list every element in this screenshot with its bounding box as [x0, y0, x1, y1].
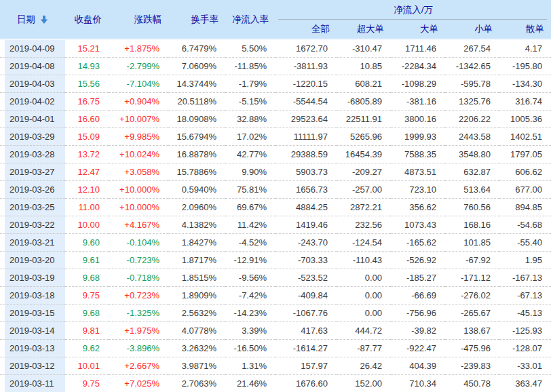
cell-change: +7.025% — [109, 375, 168, 392]
cell-date: 2019-03-22 — [0, 216, 65, 234]
cell-turnover: 15.7886% — [168, 163, 225, 181]
cell-close: 15.21 — [65, 40, 109, 58]
cell-inflow_rate: 3.39% — [225, 322, 276, 340]
cell-date: 2019-03-28 — [0, 146, 65, 163]
table-row: 2019-03-159.68-1.325%2.5632%-14.23%-1067… — [0, 305, 551, 322]
cell-large: -526.92 — [391, 252, 445, 269]
cell-turnover: 1.8427% — [168, 234, 225, 252]
cell-turnover: 14.3744% — [168, 75, 225, 93]
cell-all: 11111.97 — [276, 128, 337, 146]
cell-retail: -167.13 — [499, 269, 551, 287]
col-header-date-label: 日期 — [17, 14, 35, 26]
cell-turnover: 18.0908% — [168, 111, 225, 128]
cell-change: -7.104% — [109, 75, 168, 93]
table-row: 2019-03-2712.47+3.058%15.7886%9.90%5903.… — [0, 163, 551, 181]
cell-date: 2019-04-09 — [0, 40, 65, 58]
cell-inflow_rate: -1.79% — [225, 75, 276, 93]
cell-small: 168.16 — [445, 216, 499, 234]
cell-all: -243.70 — [276, 234, 337, 252]
col-header-all[interactable]: 全部 — [276, 20, 337, 40]
col-header-date[interactable]: 日期 — [0, 0, 65, 40]
cell-date: 2019-04-01 — [0, 111, 65, 128]
cell-change: +1.975% — [109, 322, 168, 340]
col-header-turnover[interactable]: 换手率 — [168, 0, 225, 40]
cell-turnover: 16.8878% — [168, 146, 225, 163]
col-header-super-large[interactable]: 超大单 — [337, 20, 391, 40]
cell-close: 16.60 — [65, 111, 109, 128]
cell-date: 2019-03-19 — [0, 269, 65, 287]
cell-small: 513.64 — [445, 181, 499, 199]
col-header-inflow-rate[interactable]: 净流入率 — [225, 0, 276, 40]
cell-super_large: 444.72 — [337, 322, 391, 340]
cell-large: -381.16 — [391, 93, 445, 111]
cell-date: 2019-03-25 — [0, 199, 65, 216]
cell-all: 1419.46 — [276, 216, 337, 234]
col-header-close[interactable]: 收盘价 — [65, 0, 109, 40]
cell-retail: 1005.36 — [499, 111, 551, 128]
cell-close: 10.00 — [65, 216, 109, 234]
cell-large: 710.34 — [391, 375, 445, 392]
cell-close: 12.10 — [65, 181, 109, 199]
cell-all: 29388.59 — [276, 146, 337, 163]
cell-inflow_rate: -9.56% — [225, 269, 276, 287]
cell-inflow_rate: -14.23% — [225, 305, 276, 322]
cell-retail: 4.17 — [499, 40, 551, 58]
cell-small: 632.87 — [445, 163, 499, 181]
cell-change: -2.799% — [109, 58, 168, 75]
cell-turnover: 1.8717% — [168, 252, 225, 269]
col-header-small[interactable]: 小单 — [445, 20, 499, 40]
cell-retail: -128.07 — [499, 340, 551, 357]
cell-turnover: 3.9871% — [168, 357, 225, 375]
cell-small: 2443.58 — [445, 128, 499, 146]
cell-retail: 1.95 — [499, 252, 551, 269]
cell-inflow_rate: -16.50% — [225, 340, 276, 357]
cell-date: 2019-03-27 — [0, 163, 65, 181]
col-header-retail[interactable]: 散单 — [499, 20, 551, 40]
cell-date: 2019-03-13 — [0, 340, 65, 357]
cell-turnover: 1.8515% — [168, 269, 225, 287]
cell-all: -1067.76 — [276, 305, 337, 322]
cell-super_large: -6805.89 — [337, 93, 391, 111]
cell-inflow_rate: 32.88% — [225, 111, 276, 128]
table-row: 2019-04-0814.93-2.799%7.0609%-11.85%-381… — [0, 58, 551, 75]
cell-retail: 1797.05 — [499, 146, 551, 163]
col-header-large[interactable]: 大单 — [391, 20, 445, 40]
cell-change: +10.000% — [109, 181, 168, 199]
cell-large: -756.96 — [391, 305, 445, 322]
cell-super_large: -87.77 — [337, 340, 391, 357]
cell-turnover: 3.2632% — [168, 340, 225, 357]
table-row: 2019-04-0315.56-7.104%14.3744%-1.79%-122… — [0, 75, 551, 93]
col-group-net-inflow: 净流入/万 — [276, 0, 551, 20]
table-row: 2019-03-139.62-3.896%3.2632%-16.50%-1614… — [0, 340, 551, 357]
col-header-change[interactable]: 涨跌幅 — [109, 0, 168, 40]
cell-turnover: 0.5940% — [168, 181, 225, 199]
cell-super_large: 22511.91 — [337, 111, 391, 128]
table-row: 2019-04-0915.21+1.875%6.7479%5.50%1672.7… — [0, 40, 551, 58]
table-row: 2019-03-219.60-0.104%1.8427%-4.52%-243.7… — [0, 234, 551, 252]
cell-small: 760.56 — [445, 199, 499, 216]
cell-date: 2019-03-14 — [0, 322, 65, 340]
cell-inflow_rate: -11.85% — [225, 58, 276, 75]
sort-desc-arrow-icon[interactable] — [40, 16, 48, 24]
cell-super_large: 608.21 — [337, 75, 391, 93]
cell-all: -1220.15 — [276, 75, 337, 93]
cell-inflow_rate: 17.02% — [225, 128, 276, 146]
cell-close: 9.62 — [65, 340, 109, 357]
cell-change: +2.667% — [109, 357, 168, 375]
table-header: 日期 收盘价 涨跌幅 换手率 净流入率 净流入/万 全部 超大单 大单 小单 散… — [0, 0, 551, 40]
cell-large: -165.62 — [391, 234, 445, 252]
cell-date: 2019-03-21 — [0, 234, 65, 252]
cell-large: 7588.35 — [391, 146, 445, 163]
cell-close: 14.93 — [65, 58, 109, 75]
cell-retail: 363.47 — [499, 375, 551, 392]
cell-all: 417.63 — [276, 322, 337, 340]
cell-inflow_rate: -4.52% — [225, 234, 276, 252]
cell-close: 13.72 — [65, 146, 109, 163]
cell-date: 2019-03-11 — [0, 375, 65, 392]
cell-close: 9.81 — [65, 322, 109, 340]
cell-large: 723.10 — [391, 181, 445, 199]
cell-super_large: 0.00 — [337, 269, 391, 287]
cell-retail: -33.01 — [499, 357, 551, 375]
table-row: 2019-04-0116.60+10.007%18.0908%32.88%295… — [0, 111, 551, 128]
cell-close: 11.00 — [65, 199, 109, 216]
